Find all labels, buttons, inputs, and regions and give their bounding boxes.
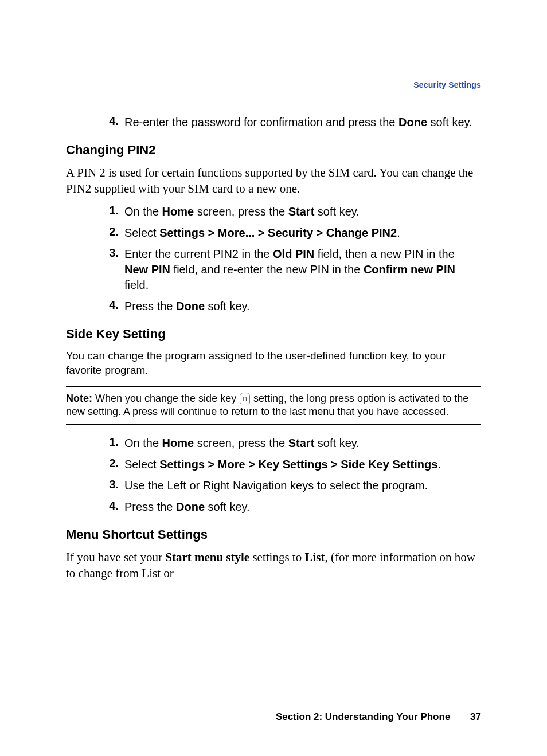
heading-menu-shortcut: Menu Shortcut Settings — [66, 527, 481, 542]
step-item: 3. Enter the current PIN2 in the Old PIN… — [66, 246, 481, 293]
text-bold: Start menu style — [165, 550, 249, 564]
text-bold: Old PIN — [273, 248, 314, 260]
note-box: Note: When you change the side key n set… — [66, 386, 481, 425]
text-bold: Home — [162, 437, 194, 449]
step-number: 2. — [100, 225, 119, 241]
text-segment: Press the — [124, 300, 176, 312]
step-item: 4. Re-enter the password for confirmatio… — [66, 115, 481, 130]
step-item: 4. Press the Done soft key. — [66, 299, 481, 314]
text-segment: . — [437, 458, 441, 471]
paragraph: You can change the program assigned to t… — [66, 348, 481, 378]
step-text: On the Home screen, press the Start soft… — [124, 436, 360, 451]
text-segment: soft key. — [205, 300, 250, 312]
text-segment: settings to — [249, 550, 304, 564]
step-number: 4. — [100, 499, 119, 515]
page-content: 4. Re-enter the password for confirmatio… — [66, 115, 481, 581]
text-bold: Done — [176, 500, 205, 513]
step-text: Re-enter the password for confirmation a… — [124, 115, 472, 130]
step-number: 3. — [100, 246, 119, 293]
step-text: On the Home screen, press the Start soft… — [124, 204, 360, 220]
text-bold: Done — [398, 116, 427, 128]
paragraph: If you have set your Start menu style se… — [66, 549, 481, 582]
header-section-label: Security Settings — [413, 80, 481, 89]
step-number: 2. — [100, 457, 119, 472]
text-bold: Settings > More... > Security > Change P… — [159, 226, 397, 239]
side-key-icon: n — [240, 393, 250, 404]
text-segment: soft key. — [314, 437, 360, 449]
step-text: Use the Left or Right Navigation keys to… — [124, 478, 428, 493]
step-item: 2. Select Settings > More... > Security … — [66, 225, 481, 241]
text-segment: field, and re-enter the new PIN in the — [170, 263, 364, 276]
text-bold: Start — [288, 437, 315, 449]
step-item: 4. Press the Done soft key. — [66, 499, 481, 515]
page-footer: Section 2: Understanding Your Phone 37 — [276, 711, 481, 723]
text-segment: . — [397, 226, 400, 239]
text-bold: List — [304, 550, 325, 564]
step-item: 2. Select Settings > More > Key Settings… — [66, 457, 481, 472]
text-segment: screen, press the — [194, 437, 288, 449]
heading-changing-pin2: Changing PIN2 — [66, 143, 481, 158]
note-label: Note: — [66, 393, 92, 404]
step-number: 1. — [100, 204, 119, 220]
text-bold: Settings > More > Key Settings > Side Ke… — [159, 458, 437, 471]
text-segment: screen, press the — [194, 205, 288, 218]
text-segment: Use the Left or Right Navigation keys to… — [124, 479, 428, 492]
text-segment: On the — [124, 437, 162, 449]
text-bold: Done — [176, 300, 205, 312]
text-segment: soft key. — [205, 500, 250, 513]
step-number: 3. — [100, 478, 119, 493]
text-segment: Enter the current PIN2 in the — [124, 248, 273, 260]
text-bold: Home — [162, 205, 194, 218]
text-segment: soft key. — [427, 116, 472, 128]
text-segment: Press the — [124, 500, 176, 513]
step-text: Enter the current PIN2 in the Old PIN fi… — [124, 246, 481, 293]
page-number: 37 — [470, 711, 481, 723]
step-text: Select Settings > More... > Security > C… — [124, 225, 400, 241]
step-number: 1. — [100, 436, 119, 451]
heading-side-key: Side Key Setting — [66, 327, 481, 342]
text-segment: Select — [124, 226, 159, 239]
manual-page: Security Settings 4. Re-enter the passwo… — [0, 0, 547, 756]
step-text: Select Settings > More > Key Settings > … — [124, 457, 441, 472]
text-segment: On the — [124, 205, 162, 218]
paragraph: A PIN 2 is used for certain functions su… — [66, 164, 481, 197]
text-segment: field. — [124, 279, 149, 291]
step-item: 3. Use the Left or Right Navigation keys… — [66, 478, 481, 493]
step-text: Press the Done soft key. — [124, 299, 250, 314]
step-number: 4. — [100, 299, 119, 314]
text-segment: field, then a new PIN in the — [314, 248, 455, 260]
text-segment: Re-enter the password for confirmation a… — [124, 116, 398, 128]
step-number: 4. — [100, 115, 119, 130]
text-bold: Confirm new PIN — [364, 263, 455, 276]
footer-section: Section 2: Understanding Your Phone — [276, 711, 450, 722]
step-item: 1. On the Home screen, press the Start s… — [66, 436, 481, 451]
text-segment: soft key. — [314, 205, 360, 218]
step-item: 1. On the Home screen, press the Start s… — [66, 204, 481, 220]
text-bold: New PIN — [124, 263, 170, 276]
text-bold: Start — [288, 205, 315, 218]
step-text: Press the Done soft key. — [124, 499, 250, 515]
text-segment: When you change the side key — [92, 393, 239, 404]
text-segment: Select — [124, 458, 159, 471]
text-segment: If you have set your — [66, 550, 165, 564]
